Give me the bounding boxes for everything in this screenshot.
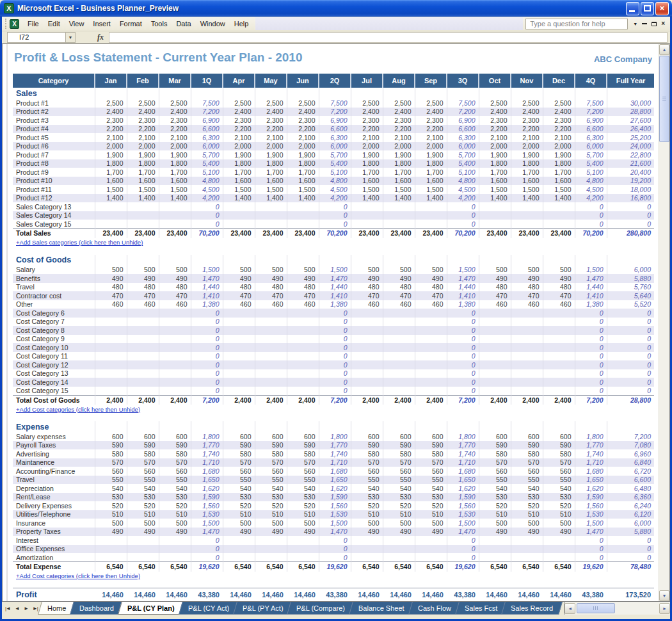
cell[interactable]: 1,800	[543, 159, 575, 168]
cell[interactable]: 520	[95, 501, 127, 510]
cell[interactable]: 590	[287, 441, 319, 450]
cell[interactable]: 0	[191, 352, 223, 361]
vertical-scroll-thumb[interactable]	[659, 56, 669, 142]
cell[interactable]: 540	[383, 484, 415, 493]
cell[interactable]: 1,800	[383, 159, 415, 168]
cell[interactable]: 2,100	[511, 133, 543, 142]
cell[interactable]: 1,900	[255, 150, 287, 159]
cell[interactable]: 23,400	[287, 229, 319, 238]
cell[interactable]: 2,400	[95, 108, 127, 117]
cell[interactable]: 490	[511, 274, 543, 283]
cell[interactable]: 0	[447, 352, 479, 361]
cell[interactable]: 590	[159, 441, 191, 450]
cell[interactable]: 460	[351, 300, 383, 309]
cell[interactable]	[575, 88, 607, 99]
cell[interactable]: 540	[351, 484, 383, 493]
row-label-cost-category-7[interactable]: Cost Category 7	[13, 318, 95, 327]
cell[interactable]: 480	[223, 283, 255, 292]
cell[interactable]: 21,600	[607, 159, 654, 168]
cell[interactable]: 1,590	[575, 493, 607, 502]
window-minimize-button[interactable]	[626, 2, 639, 15]
next-sheet-icon[interactable]: ►	[22, 604, 29, 613]
row-label-cost-category-12[interactable]: Cost Category 12	[13, 360, 95, 369]
cell[interactable]: 5,520	[607, 300, 654, 309]
cell[interactable]: 0	[607, 545, 654, 554]
cell[interactable]	[511, 369, 543, 378]
cell[interactable]: 1,410	[191, 291, 223, 300]
row-label-cost-category-15[interactable]: Cost Category 15	[13, 387, 95, 396]
cell[interactable]: 590	[351, 441, 383, 450]
cell[interactable]	[191, 255, 223, 266]
cell[interactable]: 520	[351, 501, 383, 510]
cell[interactable]: 560	[287, 467, 319, 476]
cell[interactable]: 600	[287, 432, 319, 441]
workbook-restore-icon[interactable]	[652, 22, 657, 26]
cell[interactable]: 1,500	[575, 266, 607, 275]
cell[interactable]: 23,400	[351, 229, 383, 238]
cell[interactable]	[607, 88, 654, 99]
cell[interactable]: 2,500	[159, 99, 191, 108]
cell[interactable]: 1,900	[415, 150, 447, 159]
cell[interactable]	[511, 352, 543, 361]
cell[interactable]: 7,500	[319, 99, 351, 108]
cell[interactable]: 7,500	[191, 99, 223, 108]
cell[interactable]: 2,200	[415, 125, 447, 134]
cell[interactable]: 1,800	[511, 159, 543, 168]
cell[interactable]	[159, 545, 191, 554]
cell[interactable]: 510	[511, 510, 543, 519]
cell[interactable]: 5,880	[607, 274, 654, 283]
cell[interactable]: 1,410	[575, 291, 607, 300]
cell[interactable]: 0	[319, 378, 351, 387]
row-label-sales-category-15[interactable]: Sales Category 15	[13, 220, 95, 229]
cell[interactable]: 78,480	[607, 562, 654, 572]
cell[interactable]: 460	[543, 300, 575, 309]
cell[interactable]: 490	[255, 528, 287, 536]
cell[interactable]	[383, 318, 415, 327]
cell[interactable]: 6,540	[255, 562, 287, 572]
cell[interactable]: 1,710	[575, 458, 607, 467]
cell[interactable]: 4,200	[319, 194, 351, 203]
cell[interactable]: 460	[511, 300, 543, 309]
cell[interactable]: 470	[415, 291, 447, 300]
cell[interactable]: 7,080	[607, 441, 654, 450]
cell[interactable]: 530	[383, 493, 415, 502]
cell[interactable]: 0	[191, 326, 223, 335]
cell[interactable]	[191, 88, 223, 99]
cell[interactable]: 70,200	[447, 229, 479, 238]
cell[interactable]: 6,540	[351, 562, 383, 572]
cell[interactable]	[127, 352, 159, 361]
cell[interactable]: 1,700	[159, 168, 191, 177]
cell[interactable]	[479, 326, 511, 335]
cell[interactable]: 570	[223, 458, 255, 467]
cell[interactable]	[127, 255, 159, 266]
cell[interactable]: 0	[575, 335, 607, 344]
row-label-maintanence[interactable]: Maintanence	[13, 458, 95, 467]
cell[interactable]: 2,200	[383, 125, 415, 134]
cell[interactable]: 2,500	[351, 99, 383, 108]
cell[interactable]: 18,000	[607, 185, 654, 194]
cell[interactable]: 1,500	[479, 185, 511, 194]
cell[interactable]: 1,800	[191, 432, 223, 441]
cell[interactable]: 6,540	[543, 562, 575, 572]
cell[interactable]	[159, 335, 191, 344]
cell[interactable]: 500	[223, 266, 255, 275]
cell[interactable]: 480	[479, 283, 511, 292]
cell[interactable]	[127, 202, 159, 211]
menu-insert[interactable]: Insert	[88, 18, 115, 29]
cell[interactable]	[543, 369, 575, 378]
cell[interactable]: 510	[351, 510, 383, 519]
cell[interactable]	[383, 360, 415, 369]
cell[interactable]: 2,000	[543, 142, 575, 151]
cell[interactable]	[223, 88, 255, 99]
cell[interactable]: 580	[511, 449, 543, 458]
cell[interactable]: 7,200	[191, 108, 223, 117]
cell[interactable]: 2,100	[127, 133, 159, 142]
cell[interactable]	[351, 220, 383, 229]
cell[interactable]	[255, 309, 287, 318]
cell[interactable]: 0	[191, 343, 223, 352]
cell[interactable]	[351, 309, 383, 318]
cell[interactable]	[255, 352, 287, 361]
cell[interactable]: 0	[191, 318, 223, 327]
cell[interactable]	[383, 421, 415, 432]
cell[interactable]: 2,300	[287, 116, 319, 125]
